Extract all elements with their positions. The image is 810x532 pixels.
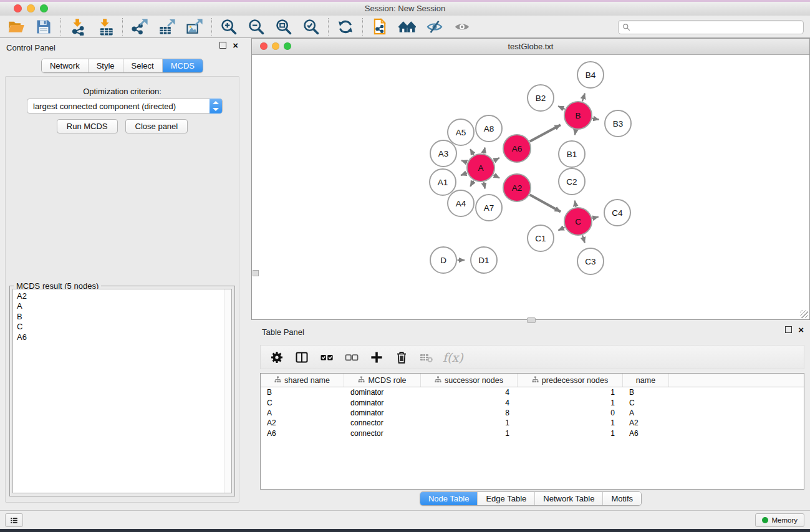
graph-node-A7[interactable]: A7 [476, 195, 502, 221]
graph-edge-A-A7[interactable] [484, 182, 485, 189]
column-header-successor-nodes[interactable]: successor nodes [421, 374, 518, 387]
column-header-shared-name[interactable]: shared name [261, 374, 344, 387]
import-table-icon[interactable] [95, 17, 115, 37]
close-panel-icon[interactable]: × [233, 42, 238, 48]
graph-edge-A-A5[interactable] [470, 149, 473, 155]
zoom-out-icon[interactable] [246, 17, 266, 37]
table-row[interactable]: Adominator80A [261, 408, 804, 418]
graph-node-B2[interactable]: B2 [528, 85, 554, 111]
select-all-icon[interactable] [318, 349, 335, 365]
graph-node-D1[interactable]: D1 [471, 247, 497, 273]
tab-select[interactable]: Select [123, 59, 162, 72]
zoom-in-icon[interactable] [219, 17, 239, 37]
graph-edge-B-B3[interactable] [592, 118, 599, 120]
export-network-icon[interactable] [130, 17, 150, 37]
mcds-list-scrollbar[interactable] [224, 289, 231, 493]
mcds-result-item[interactable]: C [17, 322, 231, 332]
graph-node-B[interactable]: B [564, 102, 592, 129]
show-graphics-icon[interactable] [452, 17, 472, 37]
graph-edge-B-B4[interactable] [582, 94, 585, 102]
mcds-result-item[interactable]: A6 [17, 332, 231, 342]
save-session-icon[interactable] [34, 17, 54, 37]
mcds-result-item[interactable]: B [17, 312, 231, 322]
table-row[interactable]: Bdominator41B [261, 387, 804, 397]
tab-network-table[interactable]: Network Table [534, 492, 602, 505]
graph-node-A2[interactable]: A2 [503, 174, 531, 201]
split-columns-icon[interactable] [293, 349, 310, 365]
home-icon[interactable] [397, 17, 417, 37]
table-row[interactable]: Cdominator41C [261, 397, 804, 407]
memory-button[interactable]: Memory [755, 513, 804, 527]
mcds-result-item[interactable]: A [17, 301, 231, 311]
graph-edge-B-B1[interactable] [575, 130, 576, 135]
network-from-document-icon[interactable] [370, 17, 390, 37]
hide-graphics-icon[interactable] [425, 17, 445, 37]
tab-mcds[interactable]: MCDS [162, 59, 203, 72]
graph-edge-A-A6[interactable] [494, 158, 499, 161]
graph-edge-B-B2[interactable] [558, 106, 565, 109]
graph-node-B3[interactable]: B3 [605, 110, 631, 137]
graph-edge-A-A2[interactable] [494, 175, 499, 178]
column-header-name[interactable]: name [623, 374, 669, 387]
graph-edge-C-C4[interactable] [592, 217, 599, 218]
run-mcds-button[interactable]: Run MCDS [57, 119, 118, 133]
float-panel-icon[interactable] [219, 42, 226, 49]
graph-node-C4[interactable]: C4 [604, 200, 630, 226]
tab-node-table[interactable]: Node Table [420, 492, 478, 505]
graph-edge-A2-C[interactable] [530, 195, 561, 211]
graph-node-A8[interactable]: A8 [476, 115, 502, 142]
mcds-result-item[interactable]: A2 [17, 291, 231, 301]
graph-edge-A6-B[interactable] [530, 125, 561, 142]
graph-edge-C-C2[interactable] [575, 201, 576, 207]
graph-node-C3[interactable]: C3 [577, 248, 604, 274]
network-window-titlebar[interactable]: testGlobe.txt [252, 39, 809, 55]
graph-node-B4[interactable]: B4 [577, 62, 604, 88]
search-field[interactable] [618, 20, 804, 34]
gear-icon[interactable] [268, 349, 285, 365]
graph-node-B1[interactable]: B1 [559, 141, 585, 167]
import-network-icon[interactable] [68, 17, 88, 37]
refresh-icon[interactable] [335, 17, 355, 37]
delete-column-icon[interactable] [393, 349, 410, 365]
graph-node-A6[interactable]: A6 [503, 135, 531, 162]
graph-node-C1[interactable]: C1 [528, 225, 554, 251]
column-header-predecessor-nodes[interactable]: predecessor nodes [518, 374, 623, 387]
close-table-panel-icon[interactable]: × [798, 327, 804, 332]
graph-node-A1[interactable]: A1 [430, 169, 456, 195]
tab-motifs[interactable]: Motifs [602, 492, 641, 505]
zoom-selected-icon[interactable] [301, 17, 321, 37]
column-header-MCDS-role[interactable]: MCDS role [344, 374, 421, 387]
table-row[interactable]: A6connector11A6 [261, 428, 804, 438]
table-row[interactable]: A2connector11A2 [261, 418, 804, 428]
graph-node-A4[interactable]: A4 [448, 190, 474, 216]
graph-node-D[interactable]: D [430, 247, 456, 273]
graph-edge-A-A8[interactable] [484, 147, 485, 153]
tab-style[interactable]: Style [88, 59, 123, 72]
graph-edge-C-C3[interactable] [582, 235, 585, 243]
open-session-icon[interactable] [6, 17, 26, 37]
export-image-icon[interactable] [185, 17, 205, 37]
export-table-icon[interactable] [157, 17, 177, 37]
search-input[interactable] [634, 21, 802, 33]
tab-edge-table[interactable]: Edge Table [477, 492, 534, 505]
network-canvas[interactable]: B4B2BB3A8A5A6B1A3AC2A1A2A4A7C4CC1C3DD1 [252, 55, 809, 319]
zoom-fit-icon[interactable] [274, 17, 294, 37]
add-column-icon[interactable] [368, 349, 385, 365]
splitter-handle[interactable] [527, 317, 536, 323]
graph-node-A3[interactable]: A3 [430, 140, 456, 167]
graph-edge-A-A3[interactable] [461, 160, 467, 163]
graph-edge-C-C1[interactable] [558, 228, 564, 231]
graph-node-A[interactable]: A [467, 154, 494, 181]
deselect-all-icon[interactable] [343, 349, 360, 365]
graph-node-A5[interactable]: A5 [448, 119, 474, 145]
float-table-panel-icon[interactable] [785, 326, 792, 333]
mcds-result-list[interactable]: A2ABCA6 [12, 289, 232, 493]
window-resize-grip[interactable] [800, 310, 808, 318]
close-panel-button[interactable]: Close panel [125, 119, 188, 133]
tab-network[interactable]: Network [42, 59, 88, 72]
task-history-button[interactable] [5, 513, 23, 527]
graph-edge-A-A1[interactable] [461, 173, 467, 175]
criterion-select[interactable]: largest connected component (directed) [27, 99, 223, 114]
graph-node-C[interactable]: C [564, 208, 592, 235]
graph-edge-A-A4[interactable] [470, 181, 473, 187]
